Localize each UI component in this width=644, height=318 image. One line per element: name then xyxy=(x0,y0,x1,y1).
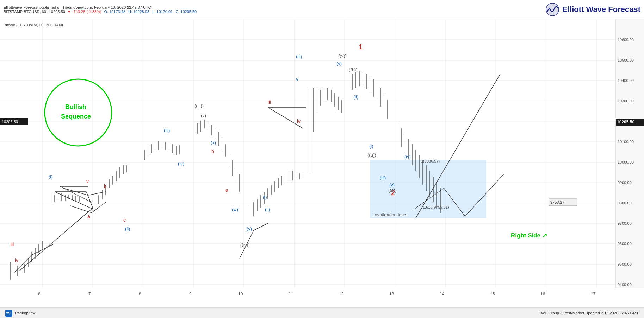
invalidation-box xyxy=(370,160,486,218)
price-open: O: 10173.48 xyxy=(104,9,125,14)
wave-iii-blue: (iii) xyxy=(164,128,170,133)
svg-text:6: 6 xyxy=(38,292,41,297)
svg-text:15: 15 xyxy=(490,292,495,297)
price-change: ▼ -143.28 (-1.38%) xyxy=(67,9,101,14)
logo-text: Elliott Wave Forecast xyxy=(562,5,640,14)
wave-ii-blue-left: (ii) xyxy=(125,226,130,231)
price-close: C: 10205.50 xyxy=(175,9,197,14)
svg-text:14: 14 xyxy=(440,292,445,297)
wave-c-red: c xyxy=(123,217,126,223)
wave-b-red: b xyxy=(104,184,107,189)
wave-iv-red-2: iv xyxy=(297,119,301,124)
wave-iii-blue-4: (iii) xyxy=(380,175,386,180)
wave-y-blue: (y) xyxy=(247,226,252,231)
wave-i-blue-2: (i) xyxy=(263,195,267,200)
svg-text:10205.50: 10205.50 xyxy=(617,120,634,125)
bullish-sequence-text-2: Sequence xyxy=(61,113,91,120)
svg-text:13: 13 xyxy=(389,292,394,297)
ewf-footer-info: EWF Group 3 Post-Market Updated 2.13.202… xyxy=(539,311,639,315)
x-axis-labels: 6 7 8 9 10 11 12 13 14 15 16 17 xyxy=(38,292,596,297)
tradingview-logo-icon: TV xyxy=(5,310,12,317)
chart-title: Bitcoin / U.S. Dollar, 60, BITSTAMP xyxy=(4,23,64,27)
svg-text:10: 10 xyxy=(238,292,243,297)
svg-text:10100.00: 10100.00 xyxy=(618,140,634,144)
wave-iii-red-2: iii xyxy=(268,99,271,105)
header-left: Elliottwave-Forecast published on Tradin… xyxy=(4,5,197,14)
wave-vv-paren2: (v) xyxy=(336,61,342,66)
right-side-label: Right Side ↗ xyxy=(511,232,547,239)
fib-1-label: 1(9986.57) xyxy=(421,159,440,163)
wave-a-red: a xyxy=(87,214,90,219)
price-info: BITSTAMP:BTCUSD, 60 10205.50 ▼ -143.28 (… xyxy=(4,9,197,14)
footer: TV TradingView EWF Group 3 Post-Market U… xyxy=(0,307,644,318)
wave-iii-red-left: iii xyxy=(11,242,14,247)
publisher-info: Elliottwave-Forecast published on Tradin… xyxy=(4,5,197,9)
wave-1-red-big: 1 xyxy=(359,43,363,51)
wave-w-blue: (w) xyxy=(232,207,238,212)
svg-text:11: 11 xyxy=(289,292,293,297)
svg-text:9: 9 xyxy=(189,292,192,297)
svg-rect-2 xyxy=(0,19,616,288)
wave-ii-blue-3: (ii) xyxy=(353,94,358,100)
main-chart-svg: Bitcoin / U.S. Dollar, 60, BITSTAMP xyxy=(0,19,616,299)
wave-iv-blue: (iv) xyxy=(178,161,184,166)
bullish-sequence-text-1: Bullish xyxy=(65,103,86,110)
svg-text:10500.00: 10500.00 xyxy=(618,58,634,62)
wave-ivparen-blue: ((iv)) xyxy=(240,242,250,247)
svg-text:9900.00: 9900.00 xyxy=(618,180,632,185)
svg-text:16: 16 xyxy=(540,292,545,297)
price-low: L: 10170.01 xyxy=(152,9,173,14)
symbol-label: BITSTAMP:BTCUSD, 60 xyxy=(4,9,46,14)
y-axis-svg: 10600.00 10500.00 10400.00 10300.00 1020… xyxy=(616,19,644,299)
wave-b-red-2: b xyxy=(211,148,214,154)
fib-618-label: 1.618(9759.61) xyxy=(423,205,449,209)
header: Elliottwave-Forecast published on Tradin… xyxy=(0,0,644,19)
wave-iii-blue-top: (iii) xyxy=(296,54,302,59)
svg-text:17: 17 xyxy=(591,292,596,297)
svg-text:12: 12 xyxy=(339,292,344,297)
price-high: H: 10228.93 xyxy=(128,9,149,14)
wave-i-blue-3: (i) xyxy=(369,144,373,149)
svg-text:7: 7 xyxy=(88,292,91,297)
wave-iv-blue-4: (iv) xyxy=(404,154,411,159)
wave-bb-paren: ((b)) xyxy=(349,67,358,72)
logo-area: Elliott Wave Forecast xyxy=(545,2,640,17)
wave-a-red-2: a xyxy=(225,187,228,193)
wave-v-red-2: v xyxy=(296,76,298,82)
svg-text:10000.00: 10000.00 xyxy=(618,160,634,164)
tradingview-label: TradingView xyxy=(14,311,36,315)
price-current: 10205.50 xyxy=(49,9,65,14)
wave-i-blue-left: (i) xyxy=(49,174,53,179)
tradingview-branding: TV TradingView xyxy=(5,310,36,317)
invalidation-level-text: Invalidation level xyxy=(373,212,407,217)
wave-iv-red: iv xyxy=(15,257,18,263)
svg-text:9700.00: 9700.00 xyxy=(618,221,632,225)
svg-text:9400.00: 9400.00 xyxy=(618,282,632,287)
wave-ii-blue-2: (ii) xyxy=(265,207,270,212)
chart-container: Elliottwave-Forecast published on Tradin… xyxy=(0,0,644,318)
ewf-logo-icon xyxy=(545,2,559,17)
svg-text:9500.00: 9500.00 xyxy=(618,262,632,266)
current-price-text: 10205.50 xyxy=(2,120,18,124)
wave-v-paren: (v) xyxy=(201,113,206,118)
svg-text:10300.00: 10300.00 xyxy=(618,99,634,103)
wave-v-blue-4: (v) xyxy=(389,182,395,187)
svg-text:10600.00: 10600.00 xyxy=(618,38,634,42)
wave-vv-paren: ((v)) xyxy=(338,53,347,58)
wave-cc-paren: ((c)) xyxy=(388,187,397,193)
svg-text:8: 8 xyxy=(139,292,141,297)
wave-iii-paren: ((iii)) xyxy=(194,103,204,108)
price-tag-9758-text: 9758.27 xyxy=(550,200,564,204)
wave-aa-paren: ((a)) xyxy=(367,152,376,158)
wave-v-red: v xyxy=(86,178,89,184)
svg-text:10400.00: 10400.00 xyxy=(618,78,634,83)
svg-text:9600.00: 9600.00 xyxy=(618,242,632,246)
wave-x-blue: (x) xyxy=(211,140,216,145)
svg-text:TV: TV xyxy=(6,312,11,315)
svg-text:9800.00: 9800.00 xyxy=(618,201,632,205)
